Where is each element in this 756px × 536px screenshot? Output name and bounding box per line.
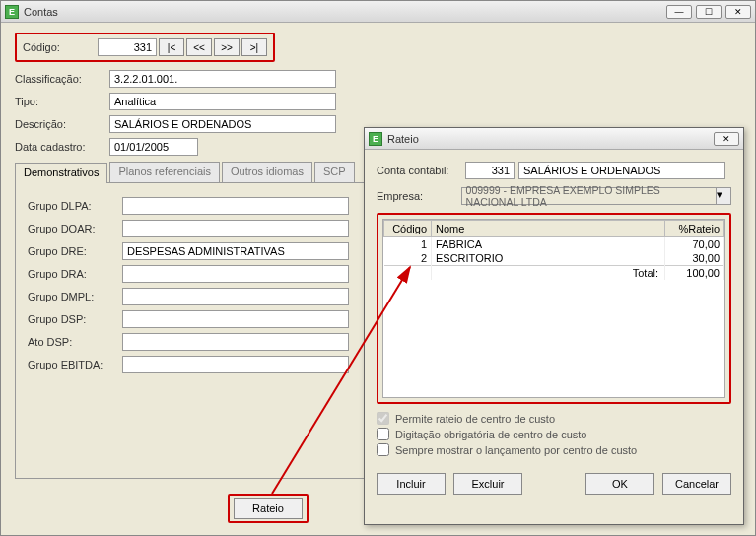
close-button[interactable]: ✕ <box>725 5 751 19</box>
chk-digitacao-input[interactable] <box>377 428 389 440</box>
col-codigo-header[interactable]: Código <box>384 221 432 237</box>
empresa-select[interactable]: 009999 - EMPRESA EXEMPLO SIMPLES NACIONA… <box>461 187 717 205</box>
tab-scp[interactable]: SCP <box>314 162 355 182</box>
chk-permite-label: Permite rateio de centro de custo <box>395 413 555 425</box>
main-titlebar: E Contas — ☐ ✕ <box>1 1 755 23</box>
nav-prev-button[interactable]: << <box>186 38 212 56</box>
dialog-icon: E <box>369 132 382 146</box>
rateio-button[interactable]: Rateio <box>234 498 303 519</box>
chk-sempre[interactable]: Sempre mostrar o lançamento por centro d… <box>377 443 731 456</box>
nav-last-button[interactable]: >| <box>241 38 267 56</box>
nav-next-button[interactable]: >> <box>214 38 240 56</box>
descricao-label: Descrição: <box>15 118 109 130</box>
rateio-dialog: E Rateio ✕ Conta contábil: Empresa: 0099… <box>364 127 744 525</box>
chk-sempre-label: Sempre mostrar o lançamento por centro d… <box>395 444 637 456</box>
total-value: 100,00 <box>665 266 724 281</box>
cell-codigo: 2 <box>384 251 432 266</box>
tab-demonstrativos[interactable]: Demonstrativos <box>15 163 107 183</box>
ato-dsp-input[interactable] <box>122 333 349 351</box>
empresa-label: Empresa: <box>377 190 461 202</box>
cancelar-button[interactable]: Cancelar <box>662 473 731 495</box>
minimize-button[interactable]: — <box>666 5 692 19</box>
classificacao-input[interactable] <box>109 70 336 88</box>
grupo-ebitda-label: Grupo EBITDA: <box>28 359 122 370</box>
conta-code-input[interactable] <box>465 162 515 179</box>
tipo-input[interactable] <box>109 93 336 110</box>
grupo-dre-label: Grupo DRE: <box>28 245 122 257</box>
total-row: Total: 100,00 <box>384 266 724 281</box>
grupo-dlpa-label: Grupo DLPA: <box>28 200 122 212</box>
table-row[interactable]: 1 FABRICA 70,00 <box>384 237 724 252</box>
grupo-dra-label: Grupo DRA: <box>28 268 122 280</box>
col-pct-header[interactable]: %Rateio <box>665 221 724 237</box>
codigo-highlight: Código: |< << >> >| <box>15 33 275 62</box>
checkbox-group: Permite rateio de centro de custo Digita… <box>377 412 731 456</box>
chk-permite-input[interactable] <box>377 412 389 425</box>
incluir-button[interactable]: Incluir <box>377 473 446 495</box>
grupo-dra-input[interactable] <box>122 265 349 283</box>
grupo-dsp-input[interactable] <box>122 310 349 328</box>
rateio-grid-highlight: Código Nome %Rateio 1 FABRICA 70,00 2 <box>377 213 731 404</box>
tipo-label: Tipo: <box>15 96 109 107</box>
app-icon: E <box>5 5 19 19</box>
conta-name-input[interactable] <box>518 162 725 179</box>
grupo-doar-label: Grupo DOAR: <box>28 223 122 234</box>
cell-nome: ESCRITORIO <box>432 251 665 266</box>
dialog-titlebar: E Rateio ✕ <box>365 128 743 150</box>
excluir-button[interactable]: Excluir <box>453 473 522 495</box>
grupo-doar-input[interactable] <box>122 220 349 237</box>
maximize-button[interactable]: ☐ <box>696 5 722 19</box>
grupo-dsp-label: Grupo DSP: <box>28 313 122 325</box>
grupo-dmpl-input[interactable] <box>122 288 349 305</box>
cell-pct: 30,00 <box>665 251 724 266</box>
dialog-title: Rateio <box>387 133 419 145</box>
chk-sempre-input[interactable] <box>377 443 389 456</box>
table-row[interactable]: 2 ESCRITORIO 30,00 <box>384 251 724 266</box>
total-label: Total: <box>432 266 665 281</box>
cell-pct: 70,00 <box>665 237 724 252</box>
grupo-dmpl-label: Grupo DMPL: <box>28 291 122 302</box>
chk-digitacao-label: Digitação obrigatória de centro de custo <box>395 429 586 440</box>
ok-button[interactable]: OK <box>585 473 654 495</box>
window-title: Contas <box>24 6 58 18</box>
grupo-dre-input[interactable] <box>122 242 349 260</box>
tab-planos-referenciais[interactable]: Planos referenciais <box>109 162 220 182</box>
chk-permite-rateio[interactable]: Permite rateio de centro de custo <box>377 412 731 425</box>
cell-codigo: 1 <box>384 237 432 252</box>
grupo-ebitda-input[interactable] <box>122 356 349 373</box>
ato-dsp-label: Ato DSP: <box>28 336 122 348</box>
rateio-grid[interactable]: Código Nome %Rateio 1 FABRICA 70,00 2 <box>382 219 725 398</box>
data-cadastro-label: Data cadastro: <box>15 141 109 153</box>
cell-nome: FABRICA <box>432 237 665 252</box>
data-cadastro-input[interactable] <box>109 138 198 156</box>
chk-digitacao[interactable]: Digitação obrigatória de centro de custo <box>377 428 731 440</box>
col-nome-header[interactable]: Nome <box>432 221 665 237</box>
classificacao-label: Classificação: <box>15 73 109 85</box>
codigo-input[interactable] <box>98 38 157 56</box>
dialog-close-button[interactable]: ✕ <box>714 132 739 146</box>
conta-contabil-label: Conta contábil: <box>377 165 465 176</box>
tab-outros-idiomas[interactable]: Outros idiomas <box>222 162 312 182</box>
descricao-input[interactable] <box>109 115 336 133</box>
nav-first-button[interactable]: |< <box>159 38 184 56</box>
grupo-dlpa-input[interactable] <box>122 197 349 215</box>
codigo-label: Código: <box>23 41 98 53</box>
empresa-dropdown-icon[interactable]: ▾ <box>717 187 731 205</box>
rateio-highlight: Rateio <box>228 494 309 523</box>
